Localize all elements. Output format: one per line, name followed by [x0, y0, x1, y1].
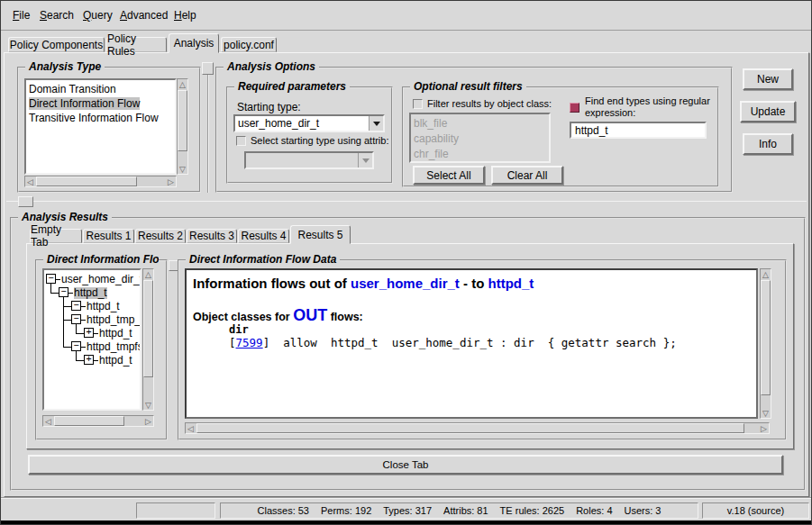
object-class-item: capability — [414, 131, 549, 147]
tree-item[interactable]: httpd_t — [99, 328, 132, 339]
menu-bar: File Search Query Advanced Help — [1, 1, 811, 31]
pane-sash-handle[interactable] — [202, 62, 214, 75]
info-button[interactable]: Info — [743, 133, 793, 155]
tree-vertical-scrollbar[interactable]: △ ▽ — [142, 268, 154, 411]
clear-all-button[interactable]: Clear All — [491, 166, 563, 185]
attrib-checkbox-label: Select starting type using attrib: — [251, 135, 388, 146]
results-tab-2[interactable]: Results 2 — [135, 229, 186, 243]
new-button[interactable]: New — [743, 68, 793, 90]
flow-heading: Information flows out of user_home_dir_t… — [193, 276, 534, 291]
scrollbar-thumb[interactable] — [36, 177, 137, 186]
analysis-type-horizontal-scrollbar[interactable]: ◁ ▷ — [24, 176, 177, 187]
analysis-type-option[interactable]: Transitive Information Flow — [29, 111, 175, 125]
tab-analysis[interactable]: Analysis — [169, 33, 219, 53]
analysis-results-frame-label: Analysis Results — [18, 211, 112, 223]
object-class-item: chr_file — [414, 147, 549, 162]
rule-id-link[interactable]: 7599 — [236, 336, 263, 349]
scrollbar-up-icon[interactable]: △ — [143, 269, 153, 279]
scrollbar-thumb[interactable] — [143, 280, 153, 377]
pane-sash-line — [6, 201, 807, 202]
attrib-checkbox[interactable] — [236, 136, 246, 146]
analysis-options-frame-label: Analysis Options — [224, 60, 319, 73]
select-all-button[interactable]: Select All — [413, 166, 485, 185]
tree-item[interactable]: httpd_t — [87, 301, 120, 312]
status-bar: Classes: 53 Perms: 192 Types: 317 Attrib… — [1, 497, 811, 520]
rule-line: [7599] allow httpd_t user_home_dir_t : d… — [229, 336, 677, 349]
pane-sash-line — [207, 64, 209, 193]
scrollbar-right-icon[interactable]: ▷ — [143, 416, 153, 426]
results-tab-3[interactable]: Results 3 — [187, 229, 237, 243]
scrollbar-left-icon[interactable]: ◁ — [43, 416, 53, 426]
pane-sash-handle[interactable] — [18, 196, 33, 207]
tab-policy-rules[interactable]: Policy Rules — [106, 37, 167, 52]
data-vertical-scrollbar[interactable]: △ ▽ — [760, 268, 771, 419]
dropdown-arrow-icon[interactable] — [369, 116, 383, 131]
scrollbar-down-icon[interactable]: ▽ — [178, 164, 187, 174]
object-class-item: blk_file — [414, 116, 549, 131]
tree-item[interactable]: httpd_t — [74, 287, 107, 299]
status-empty-panel — [136, 502, 215, 519]
filter-by-class-checkbox[interactable] — [413, 99, 423, 109]
regex-checkbox-label: Find end types using regular expression: — [585, 95, 710, 119]
results-tab-1[interactable]: Results 1 — [83, 229, 134, 243]
scrollbar-right-icon[interactable]: ▷ — [759, 423, 769, 433]
scrollbar-thumb[interactable] — [54, 416, 124, 426]
analysis-type-option[interactable]: Domain Transition — [29, 82, 175, 96]
tree-toggle-icon[interactable]: − — [46, 274, 56, 284]
scrollbar-thumb[interactable] — [178, 90, 187, 151]
scrollbar-down-icon[interactable]: ▽ — [143, 400, 153, 410]
scrollbar-up-icon[interactable]: △ — [761, 269, 771, 279]
analysis-type-vertical-scrollbar[interactable]: △ ▽ — [177, 78, 188, 175]
results-tab-5[interactable]: Results 5 — [290, 225, 351, 244]
update-button[interactable]: Update — [740, 101, 796, 122]
flow-data-frame-label: Direct Information Flow Data — [186, 253, 340, 266]
required-parameters-frame-label: Required parameters — [234, 80, 350, 93]
tree-toggle-icon[interactable]: + — [84, 355, 94, 365]
flow-tree: − − − − + − + user_home_dir_t httpd_t ht… — [42, 268, 141, 411]
analysis-type-frame-label: Analysis Type — [25, 60, 105, 73]
flow-data-text: Information flows out of user_home_dir_t… — [185, 268, 758, 419]
tree-toggle-icon[interactable]: − — [71, 341, 81, 351]
menu-item-help[interactable]: Help — [174, 9, 196, 22]
tree-item[interactable]: httpd_tmp_t — [87, 314, 141, 326]
scrollbar-up-icon[interactable]: △ — [178, 79, 187, 89]
data-horizontal-scrollbar[interactable]: ◁ ▷ — [185, 422, 770, 434]
tree-item[interactable]: user_home_dir_t — [61, 274, 141, 285]
scrollbar-right-icon[interactable]: ▷ — [166, 177, 176, 186]
status-stats: Classes: 53 Perms: 192 Types: 317 Attrib… — [220, 502, 698, 519]
flow-tree-frame-label: Direct Information Flow T — [43, 253, 159, 266]
scrollbar-thumb[interactable] — [196, 423, 744, 433]
tab-policy-components[interactable]: Policy Components — [8, 37, 105, 52]
flow-subheading: Object classes for OUT flows: — [193, 306, 363, 325]
tree-item[interactable]: httpd_tmpfs_ — [87, 341, 141, 353]
tree-toggle-icon[interactable]: + — [84, 328, 94, 338]
analysis-type-option[interactable]: Direct Information Flow — [29, 96, 175, 111]
regex-checkbox[interactable] — [570, 103, 579, 113]
results-tab-empty[interactable]: Empty Tab — [30, 229, 82, 243]
tree-toggle-icon[interactable]: − — [71, 314, 81, 324]
tree-horizontal-scrollbar[interactable]: ◁ ▷ — [42, 415, 154, 427]
menu-item-query[interactable]: Query — [83, 9, 113, 22]
analysis-type-list: Domain Transition Direct Information Flo… — [24, 78, 177, 175]
scrollbar-down-icon[interactable]: ▽ — [761, 408, 771, 418]
tree-item[interactable]: httpd_t — [99, 355, 132, 367]
tree-toggle-icon[interactable]: − — [59, 287, 68, 297]
menu-item-file[interactable]: File — [13, 9, 30, 22]
tree-toggle-icon[interactable]: − — [71, 301, 81, 311]
app-window: File Search Query Advanced Help Policy C… — [0, 0, 812, 525]
results-tab-4[interactable]: Results 4 — [238, 229, 289, 243]
scrollbar-left-icon[interactable]: ◁ — [186, 423, 196, 433]
tab-policy-conf[interactable]: policy.conf — [221, 37, 277, 52]
regex-entry[interactable]: httpd_t — [570, 122, 707, 139]
status-version: v.18 (source) — [702, 502, 809, 519]
close-tab-button[interactable]: Close Tab — [28, 455, 783, 475]
optional-filters-frame-label: Optional result filters — [410, 80, 526, 93]
dropdown-arrow-icon — [358, 153, 372, 167]
scrollbar-thumb[interactable] — [761, 280, 771, 395]
starting-type-combobox[interactable]: user_home_dir_t — [233, 114, 385, 132]
scrollbar-left-icon[interactable]: ◁ — [25, 177, 35, 186]
filter-by-class-label: Filter results by object class: — [427, 98, 552, 109]
menu-item-advanced[interactable]: Advanced — [120, 9, 168, 22]
window-bottom-edge — [1, 520, 811, 525]
menu-item-search[interactable]: Search — [40, 9, 74, 22]
